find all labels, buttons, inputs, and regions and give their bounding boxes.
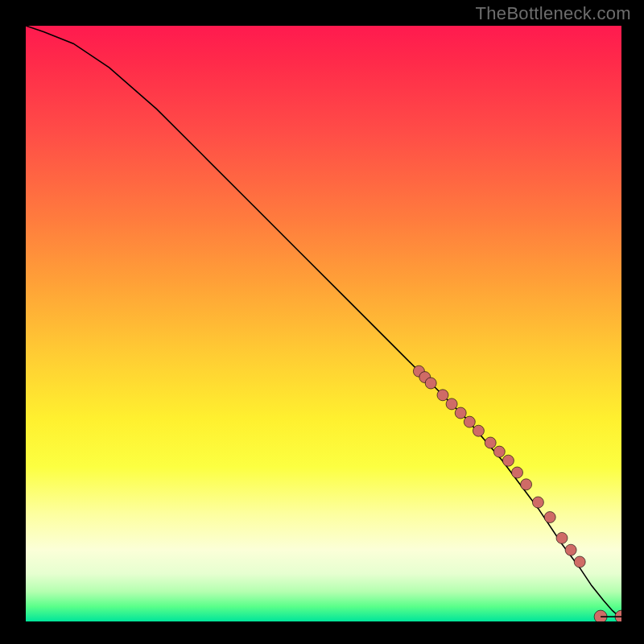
plot-area — [26, 26, 621, 621]
data-point — [455, 407, 466, 419]
data-point — [615, 610, 621, 621]
data-point — [485, 437, 496, 448]
data-point — [512, 467, 523, 478]
main-curve — [26, 26, 621, 618]
data-point — [544, 512, 555, 523]
data-point — [437, 390, 448, 401]
chart-frame: TheBottleneck.com — [0, 0, 644, 644]
data-point — [556, 532, 568, 543]
data-point — [532, 497, 543, 508]
watermark-text: TheBottleneck.com — [476, 3, 631, 24]
data-point — [473, 425, 484, 436]
data-point — [493, 446, 505, 457]
data-point — [464, 416, 475, 427]
data-point — [521, 479, 532, 490]
data-point — [446, 398, 457, 410]
data-point — [574, 556, 585, 568]
data-point — [594, 610, 607, 621]
data-point — [425, 378, 436, 389]
scatter-points — [413, 365, 585, 568]
data-point — [502, 455, 514, 466]
bottom-points — [594, 610, 621, 621]
chart-overlay — [26, 26, 621, 621]
data-point — [565, 544, 576, 555]
